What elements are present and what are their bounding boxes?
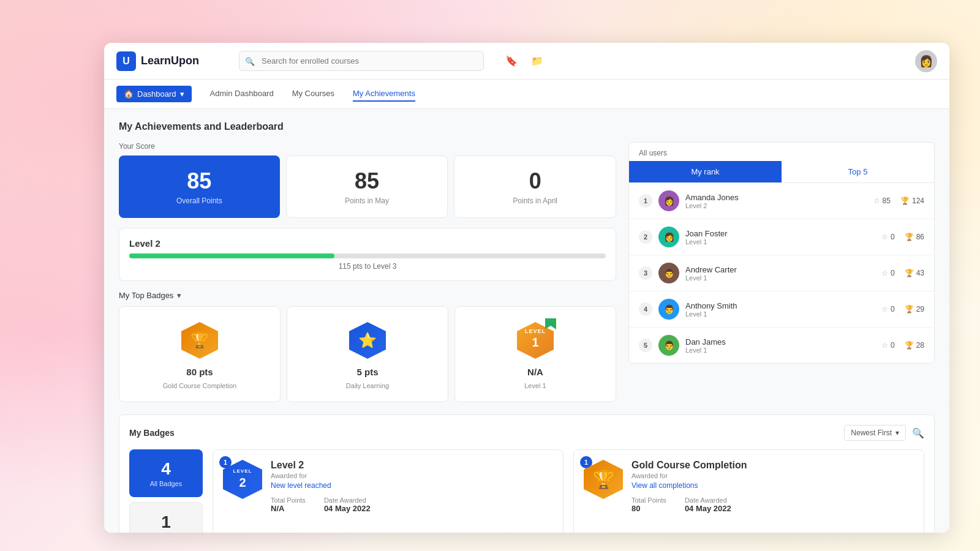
april-score-card: 0 Points in April — [454, 156, 616, 218]
bookmark-icon[interactable]: 🔖 — [502, 52, 521, 70]
star-icon: ☆ — [881, 341, 888, 350]
tab-top5[interactable]: Top 5 — [782, 161, 934, 182]
filter-chevron-icon: ▾ — [895, 429, 899, 437]
lb-info-amanda: Amanda Jones Level 2 — [685, 193, 867, 209]
level-hint: 115 pts to Level 3 — [129, 262, 606, 271]
progress-fill — [129, 253, 334, 258]
blue-star-badge-icon: ⭐ — [346, 319, 389, 362]
lb-star-score-dan: ☆ 0 — [881, 341, 895, 350]
badge-search-icon[interactable]: 🔍 — [912, 427, 924, 439]
avatar-joan: 👩 — [658, 227, 679, 247]
may-points: 85 — [355, 168, 379, 194]
overall-label: Overall Points — [176, 197, 222, 205]
lb-scores-amanda: ☆ 85 🏆 124 — [873, 197, 924, 205]
badge-detail-info-level2: Level 2 Awarded for New level reached To… — [271, 460, 553, 513]
dashboard-button[interactable]: 🏠 Dashboard ▾ — [116, 86, 192, 102]
overall-score-card: 85 Overall Points — [119, 156, 280, 218]
badges-dropdown-icon[interactable]: ▾ — [177, 291, 181, 300]
table-row: 3 👨 Andrew Carter Level 1 ☆ 0 — [629, 255, 934, 291]
lb-trophy-score-joan: 🏆 86 — [905, 233, 924, 241]
logo-area: U LearnUpon — [116, 51, 227, 71]
star-icon: ☆ — [881, 269, 888, 277]
search-input[interactable] — [239, 51, 484, 71]
nav-bar: 🏠 Dashboard ▾ Admin Dashboard My Courses… — [104, 80, 949, 109]
total-points-value-level2: N/A — [271, 504, 306, 513]
search-bar[interactable]: 🔍 — [239, 51, 484, 71]
badge-card-blue-star: ⭐ 5 pts Daily Learning — [287, 306, 448, 402]
avatar[interactable]: 👩 — [915, 50, 937, 72]
badge-awarded-link-level2[interactable]: New level reached — [271, 481, 331, 490]
lb-trophy-score-andrew: 🏆 43 — [905, 269, 924, 277]
badge-awarded-label-gold: Awarded for — [631, 472, 914, 479]
level-section: Level 2 115 pts to Level 3 — [119, 228, 616, 281]
total-points-label-level2: Total Points — [271, 497, 306, 504]
badge-detail-cards: 1 LEVEL 2 Level 2 Awarded for Ne — [213, 449, 924, 533]
total-points-stat-gold: Total Points 80 — [631, 497, 666, 513]
lb-star-val-anthony: 0 — [891, 305, 895, 313]
tab-my-rank[interactable]: My rank — [629, 161, 782, 182]
nav-admin-dashboard[interactable]: Admin Dashboard — [210, 86, 274, 102]
trophy-icon: 🏆 — [905, 341, 914, 350]
main-window: U LearnUpon 🔍 🔖 📁 👩 🏠 Dashboard ▾ Admin … — [104, 43, 949, 533]
lb-info-andrew: Andrew Carter Level 1 — [685, 265, 875, 282]
lb-star-score-andrew: ☆ 0 — [881, 269, 895, 277]
star-icon: ☆ — [881, 305, 888, 313]
lb-level-dan: Level 1 — [685, 347, 875, 354]
hex-blue: ⭐ — [349, 322, 386, 359]
date-value-level2: 04 May 2022 — [324, 504, 371, 513]
trophy-icon: 🏆 — [900, 197, 910, 205]
filter-label: Newest First — [851, 429, 892, 437]
nav-my-achievements[interactable]: My Achievements — [353, 86, 415, 102]
blue-star-badge-name: Daily Learning — [346, 382, 389, 389]
level-badge-pts: N/A — [527, 367, 543, 377]
badge-awarded-link-gold[interactable]: View all completions — [631, 481, 698, 490]
gold-badge-pts: 80 pts — [186, 367, 213, 377]
lb-trophy-score-amanda: 🏆 124 — [900, 197, 924, 205]
trophy-icon: 🏆 — [905, 305, 914, 313]
lb-star-val-joan: 0 — [891, 233, 895, 241]
april-label: Points in April — [513, 197, 557, 205]
badge-detail-title-gold: Gold Course Completion — [631, 460, 914, 471]
hex-gold: 🏆 — [181, 322, 218, 359]
badge-filter-dropdown[interactable]: Newest First ▾ — [844, 425, 906, 441]
table-row: 2 👩 Joan Foster Level 1 ☆ 0 — [629, 219, 934, 255]
trophy-icon: 🏆 — [905, 269, 914, 277]
badge-detail-level2: 1 LEVEL 2 Level 2 Awarded for Ne — [213, 449, 564, 533]
all-badges-card[interactable]: 4 All Badges — [129, 449, 203, 497]
badge-detail-gold: 1 🏆 Gold Course Completion Awarded for V… — [573, 449, 924, 533]
lb-star-val-andrew: 0 — [891, 269, 895, 277]
my-badges-title: My Badges — [129, 428, 175, 438]
lb-name-dan: Dan James — [685, 337, 875, 347]
date-label-level2: Date Awarded — [324, 497, 371, 504]
lb-star-val-dan: 0 — [891, 341, 895, 350]
lb-level-joan: Level 1 — [685, 238, 875, 246]
rank-3: 3 — [639, 266, 652, 280]
level-badge-icon: LEVEL 1 — [514, 319, 557, 362]
gold-badge-icon: 🏆 — [178, 319, 221, 362]
avatar-dan: 👨 — [658, 335, 679, 356]
page-title: My Achievements and Leaderboard — [119, 121, 935, 132]
left-panel: Your Score 85 Overall Points 85 Points i… — [119, 142, 616, 402]
lb-scores-dan: ☆ 0 🏆 28 — [881, 341, 924, 350]
lb-info-dan: Dan James Level 1 — [685, 337, 875, 354]
right-panel: All users My rank Top 5 1 👩 Amanda Jones… — [628, 142, 935, 402]
trophy-icon: 🏆 — [905, 233, 914, 241]
score-label: Your Score — [119, 142, 616, 151]
total-points-label-gold: Total Points — [631, 497, 666, 504]
all-users-label: All users — [629, 143, 934, 161]
table-row: 5 👨 Dan James Level 1 ☆ 0 — [629, 328, 934, 363]
logo-text: LearnUpon — [141, 54, 199, 67]
badge-detail-info-gold: Gold Course Completion Awarded for View … — [631, 460, 914, 513]
folder-icon[interactable]: 📁 — [528, 52, 546, 70]
lb-info-anthony: Anthony Smith Level 1 — [685, 301, 875, 318]
progress-bar — [129, 253, 606, 258]
learning-badges-card[interactable]: 1 Learning Badges — [129, 502, 203, 533]
april-points: 0 — [529, 168, 541, 194]
lb-name-andrew: Andrew Carter — [685, 265, 875, 274]
badge-detail-title-level2: Level 2 — [271, 460, 553, 471]
blue-star-badge-pts: 5 pts — [356, 367, 378, 377]
score-cards: 85 Overall Points 85 Points in May 0 Poi… — [119, 156, 616, 218]
lb-scores-joan: ☆ 0 🏆 86 — [881, 233, 924, 241]
top-badges-label: My Top Badges — [119, 291, 173, 300]
nav-my-courses[interactable]: My Courses — [292, 86, 334, 102]
